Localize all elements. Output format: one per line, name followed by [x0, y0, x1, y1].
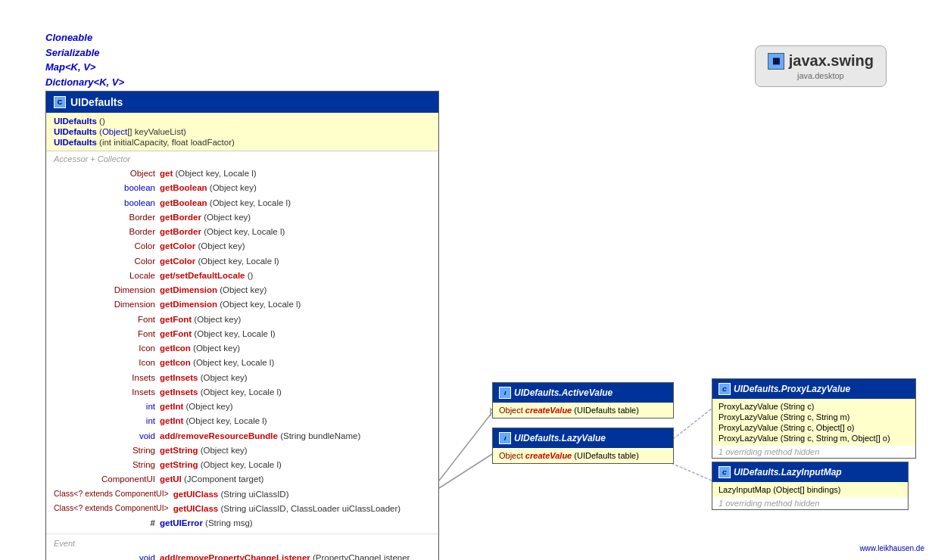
javax-icon: ▦	[768, 53, 784, 70]
constructors-section: UIDefaults () UIDefaults (Object[] keyVa…	[46, 113, 438, 151]
method-geticon-1: Icon getIcon (Object key)	[46, 341, 438, 356]
method-getdimension-2: Dimension getDimension (Object key, Loca…	[46, 297, 438, 312]
lazy-input-map-box: C UIDefaults.LazyInputMap LazyInputMap (…	[712, 462, 909, 510]
active-value-method-1: Object createValue (UIDefaults table)	[499, 405, 667, 415]
method-getboolean-2: boolean getBoolean (Object key, Locale l…	[46, 196, 438, 210]
method-getcolor-2: Color getColor (Object key, Locale l)	[46, 254, 438, 269]
constructor-3: UIDefaults (int initialCapacity, float l…	[54, 137, 431, 148]
method-getsetdefaultlocale: Locale get/setDefaultLocale ()	[46, 269, 438, 283]
method-getboolean-1: boolean getBoolean (Object key)	[46, 181, 438, 195]
javax-badge: ▦ javax.swing java.desktop	[755, 45, 887, 87]
javax-title: javax.swing	[789, 52, 874, 70]
main-class-box: C UIDefaults UIDefaults () UIDefaults (O…	[45, 91, 439, 560]
inherit-cloneable: Cloneable	[45, 30, 124, 45]
active-value-box: I UIDefaults.ActiveValue Object createVa…	[492, 382, 674, 418]
method-getdimension-1: Dimension getDimension (Object key)	[46, 283, 438, 297]
method-getint-2: int getInt (Object key, Locale l)	[46, 414, 438, 428]
inherit-serializable: Serializable	[45, 45, 124, 61]
methods-accessor: Object get (Object key, Locale l) boolea…	[46, 165, 438, 532]
proxy-constructor-2: ProxyLazyValue (String c, String m)	[718, 412, 909, 422]
method-getfont-2: Font getFont (Object key, Locale l)	[46, 327, 438, 341]
lazy-input-map-icon: C	[718, 466, 731, 478]
active-value-header: I UIDefaults.ActiveValue	[493, 383, 673, 403]
method-getuiclass-2: Class<? extends ComponentUI> getUIClass …	[46, 502, 438, 516]
class-header: C UIDefaults	[46, 92, 438, 113]
section-accessor: Accessor + Collector	[46, 151, 438, 165]
method-geticon-2: Icon getIcon (Object key, Locale l)	[46, 356, 438, 370]
method-getstring-2: String getString (Object key, Locale l)	[46, 458, 438, 472]
methods-event: void add/removePropertyChangeListener (P…	[46, 549, 438, 560]
method-getint-1: int getInt (Object key)	[46, 400, 438, 414]
method-getborder-1: Border getBorder (Object key)	[46, 210, 438, 225]
constructor-2: UIDefaults (Object[] keyValueList)	[54, 126, 431, 137]
lazy-input-map-header: C UIDefaults.LazyInputMap	[712, 462, 908, 482]
lazy-value-title: UIDefaults.LazyValue	[514, 433, 606, 443]
method-getborder-2: Border getBorder (Object key, Locale l)	[46, 225, 438, 239]
method-get: Object get (Object key, Locale l)	[46, 166, 438, 181]
javax-subtitle: java.desktop	[768, 71, 874, 80]
lazyinputmap-constructor-1: LazyInputMap (Object[] bindings)	[718, 484, 902, 495]
divider-event	[46, 534, 438, 534]
method-getfont-1: Font getFont (Object key)	[46, 313, 438, 327]
active-value-methods: Object createValue (UIDefaults table)	[493, 403, 673, 418]
proxy-lazy-value-title: UIDefaults.ProxyLazyValue	[734, 384, 850, 394]
method-getuierror: # getUIError (String msg)	[46, 516, 438, 530]
method-addremoveresbundle: void add/removeResourceBundle (String bu…	[46, 429, 438, 443]
svg-line-0	[439, 412, 492, 481]
lazy-value-header: I UIDefaults.LazyValue	[493, 428, 673, 448]
lazy-value-methods: Object createValue (UIDefaults table)	[493, 448, 673, 463]
watermark: www.leikhausen.de	[859, 544, 924, 552]
proxy-lazy-value-header: C UIDefaults.ProxyLazyValue	[712, 379, 915, 399]
method-addremovepropchangelistener: void add/removePropertyChangeListener (P…	[46, 551, 438, 560]
inherit-dictionary: Dictionary<K, V>	[45, 75, 124, 90]
lazy-input-map-constructors: LazyInputMap (Object[] bindings)	[712, 482, 908, 497]
proxy-lazy-value-constructors: ProxyLazyValue (String c) ProxyLazyValue…	[712, 399, 915, 446]
proxy-footer: 1 overriding method hidden	[712, 446, 915, 458]
active-value-icon: I	[499, 387, 511, 399]
method-getstring-1: String getString (Object key)	[46, 443, 438, 458]
constructor-1: UIDefaults ()	[54, 116, 431, 126]
lazyinputmap-footer: 1 overriding method hidden	[712, 497, 908, 509]
proxy-lazy-value-icon: C	[718, 383, 731, 395]
proxy-constructor-3: ProxyLazyValue (String c, Object[] o)	[718, 422, 909, 433]
class-icon: C	[54, 96, 66, 108]
section-event: Event	[46, 536, 438, 549]
javax-badge-header: ▦ javax.swing	[768, 52, 874, 70]
lazy-value-icon: I	[499, 432, 511, 444]
proxy-lazy-value-box: C UIDefaults.ProxyLazyValue ProxyLazyVal…	[712, 378, 916, 459]
method-getuiclass-1: Class<? extends ComponentUI> getUIClass …	[46, 487, 438, 502]
proxy-constructor-1: ProxyLazyValue (String c)	[718, 401, 909, 412]
lazy-input-map-title: UIDefaults.LazyInputMap	[734, 467, 842, 478]
lazy-value-box: I UIDefaults.LazyValue Object createValu…	[492, 428, 674, 464]
proxy-constructor-4: ProxyLazyValue (String c, String m, Obje…	[718, 433, 909, 443]
method-getcolor-1: Color getColor (Object key)	[46, 239, 438, 254]
lazy-value-method-1: Object createValue (UIDefaults table)	[499, 450, 667, 461]
inherit-map: Map<K, V>	[45, 60, 124, 75]
method-getinsets-1: Insets getInsets (Object key)	[46, 371, 438, 385]
method-getui: ComponentUI getUI (JComponent target)	[46, 472, 438, 487]
svg-line-1	[439, 454, 492, 488]
method-getinsets-2: Insets getInsets (Object key, Locale l)	[46, 385, 438, 400]
class-title: UIDefaults	[70, 96, 123, 108]
active-value-title: UIDefaults.ActiveValue	[514, 387, 613, 398]
